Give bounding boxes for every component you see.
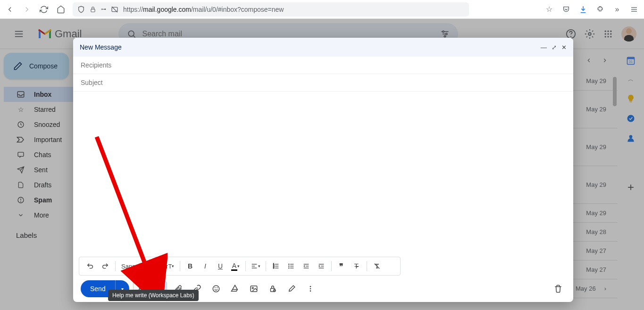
reload-button[interactable] bbox=[39, 4, 49, 15]
pocket-icon[interactable] bbox=[561, 4, 571, 15]
hamburger-icon[interactable] bbox=[629, 4, 639, 15]
svg-point-18 bbox=[571, 36, 571, 37]
redo-button[interactable] bbox=[98, 259, 112, 273]
svg-rect-36 bbox=[627, 57, 635, 59]
contacts-icon[interactable] bbox=[626, 134, 636, 143]
next-page-icon[interactable] bbox=[602, 57, 608, 64]
confidential-mode-button[interactable] bbox=[265, 281, 280, 296]
search-icon bbox=[127, 29, 136, 39]
insert-drive-button[interactable] bbox=[227, 281, 243, 296]
important-icon bbox=[16, 136, 25, 143]
shield-icon bbox=[77, 6, 85, 13]
tracking-icon bbox=[111, 6, 118, 13]
star-icon: ☆ bbox=[16, 106, 25, 113]
svg-point-25 bbox=[610, 33, 611, 34]
svg-point-72 bbox=[309, 286, 311, 287]
draft-icon bbox=[16, 181, 25, 189]
tasks-icon[interactable] bbox=[626, 114, 636, 123]
text-color-button[interactable]: A ▾ bbox=[228, 259, 243, 273]
prev-page-icon[interactable] bbox=[585, 57, 592, 64]
bullet-list-button[interactable] bbox=[284, 259, 298, 273]
svg-point-28 bbox=[610, 36, 611, 37]
svg-point-22 bbox=[610, 30, 611, 32]
font-select[interactable]: Sans Serif▾ bbox=[118, 259, 157, 273]
calendar-icon[interactable]: 31 bbox=[626, 56, 636, 65]
remove-format-button[interactable] bbox=[370, 259, 384, 273]
svg-line-10 bbox=[134, 35, 135, 37]
undo-button[interactable] bbox=[83, 259, 97, 273]
svg-point-24 bbox=[607, 33, 609, 34]
account-avatar[interactable] bbox=[621, 26, 636, 42]
forward-button[interactable] bbox=[22, 4, 32, 15]
indent-less-button[interactable] bbox=[299, 259, 313, 273]
svg-rect-31 bbox=[18, 152, 24, 157]
format-toolbar: Sans Serif▾ тT ▾ B I U A ▾ ▾ 123 ❞ T̵ bbox=[79, 257, 401, 276]
more-options-button[interactable] bbox=[303, 281, 318, 296]
svg-point-34 bbox=[21, 201, 21, 202]
compose-body[interactable] bbox=[73, 92, 573, 257]
url-text: https://mail.google.com/mail/u/0/#inbox?… bbox=[123, 6, 284, 13]
font-size-button[interactable]: тT ▾ bbox=[163, 259, 177, 273]
search-options-icon[interactable] bbox=[440, 29, 450, 39]
strikethrough-button[interactable]: T̵ bbox=[350, 259, 364, 273]
quote-button[interactable]: ❞ bbox=[335, 259, 349, 273]
svg-point-57 bbox=[289, 268, 289, 268]
svg-point-56 bbox=[289, 266, 289, 266]
fullscreen-icon[interactable]: ⤢ bbox=[552, 44, 557, 51]
apps-grid-icon[interactable] bbox=[603, 29, 613, 39]
svg-point-66 bbox=[215, 287, 215, 288]
chevron-right-icon[interactable]: › bbox=[604, 285, 606, 292]
recipients-field[interactable] bbox=[73, 57, 573, 74]
chevron-up-icon[interactable]: ︿ bbox=[628, 75, 634, 84]
main-menu-button[interactable] bbox=[8, 23, 30, 45]
bookmark-star-icon[interactable]: ☆ bbox=[544, 4, 554, 15]
svg-point-15 bbox=[446, 33, 447, 34]
clock-icon bbox=[16, 121, 25, 128]
svg-text:31: 31 bbox=[629, 59, 633, 64]
svg-point-20 bbox=[605, 30, 606, 32]
url-bar[interactable]: ⊶ https://mail.google.com/mail/u/0/#inbo… bbox=[73, 2, 469, 17]
minimize-icon[interactable]: — bbox=[541, 44, 547, 51]
bold-button[interactable]: B bbox=[183, 259, 197, 273]
compose-button[interactable]: Compose bbox=[4, 53, 69, 79]
svg-point-74 bbox=[309, 290, 311, 292]
svg-point-19 bbox=[588, 33, 591, 35]
inbox-icon bbox=[16, 90, 25, 99]
underline-button[interactable]: U bbox=[213, 259, 227, 273]
subject-input[interactable] bbox=[81, 79, 566, 86]
svg-point-14 bbox=[443, 31, 444, 32]
settings-icon[interactable] bbox=[585, 29, 595, 39]
svg-point-55 bbox=[289, 264, 289, 264]
close-icon[interactable]: ✕ bbox=[561, 44, 567, 51]
svg-point-39 bbox=[627, 115, 635, 122]
recipients-input[interactable] bbox=[81, 61, 566, 69]
compose-window: New Message — ⤢ ✕ Sans Serif▾ тT ▾ B I U… bbox=[73, 38, 573, 302]
browser-toolbar: ⊶ https://mail.google.com/mail/u/0/#inbo… bbox=[0, 0, 644, 19]
discard-draft-button[interactable] bbox=[551, 281, 566, 296]
add-icon[interactable] bbox=[626, 183, 636, 192]
side-panel: 31 ︿ bbox=[618, 49, 644, 192]
overflow-icon[interactable]: » bbox=[612, 4, 622, 15]
svg-point-73 bbox=[309, 288, 311, 290]
insert-photo-button[interactable] bbox=[246, 281, 261, 296]
compose-header[interactable]: New Message — ⤢ ✕ bbox=[73, 38, 573, 57]
align-button[interactable]: ▾ bbox=[249, 259, 263, 273]
scrollbar-thumb[interactable] bbox=[613, 77, 617, 106]
italic-button[interactable]: I bbox=[198, 259, 212, 273]
numbered-list-button[interactable]: 123 bbox=[269, 259, 283, 273]
chat-icon bbox=[16, 151, 25, 159]
keep-icon[interactable] bbox=[626, 94, 636, 103]
insert-emoji-button[interactable] bbox=[209, 281, 224, 296]
search-input[interactable] bbox=[142, 30, 435, 38]
subject-field[interactable] bbox=[73, 74, 573, 92]
indent-more-button[interactable] bbox=[314, 259, 328, 273]
svg-text:3: 3 bbox=[273, 267, 275, 269]
extensions-icon[interactable] bbox=[595, 4, 605, 15]
svg-point-21 bbox=[607, 30, 609, 32]
insert-signature-button[interactable] bbox=[284, 281, 299, 296]
chevron-down-icon bbox=[16, 212, 25, 218]
back-button[interactable] bbox=[5, 4, 15, 15]
home-button[interactable] bbox=[56, 4, 66, 15]
svg-point-9 bbox=[129, 31, 134, 36]
downloads-icon[interactable] bbox=[578, 4, 588, 15]
